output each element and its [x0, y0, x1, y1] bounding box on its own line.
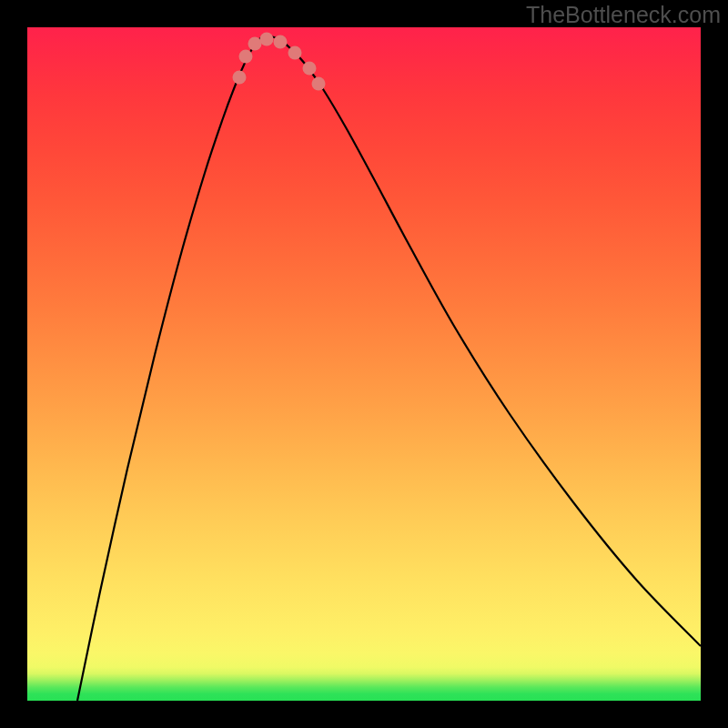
- marker-dot: [239, 50, 253, 64]
- bottleneck-curve: [77, 35, 701, 701]
- plot-area: [27, 27, 701, 701]
- marker-dot: [288, 46, 302, 60]
- chart-frame: TheBottleneck.com: [0, 0, 728, 728]
- chart-svg: [27, 27, 701, 701]
- marker-dot: [260, 33, 274, 46]
- marker-dot: [248, 37, 262, 51]
- watermark-label: TheBottleneck.com: [526, 2, 721, 28]
- marker-dot: [312, 77, 326, 91]
- marker-dot: [303, 62, 317, 76]
- marker-group: [233, 33, 326, 91]
- marker-dot: [274, 35, 288, 49]
- marker-dot: [233, 71, 247, 85]
